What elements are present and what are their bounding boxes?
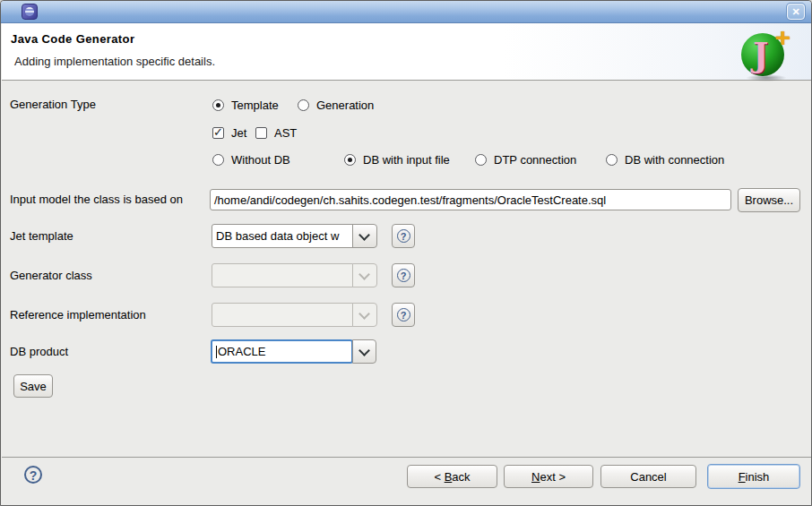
radio-button-icon[interactable] xyxy=(475,154,487,166)
reference-implementation-dropdown-button xyxy=(352,303,377,327)
java-code-generator-dialog: ✕ Java Code Generator Adding implementat… xyxy=(0,0,812,506)
back-button[interactable]: < Back xyxy=(407,465,497,488)
radio-button-icon[interactable] xyxy=(212,154,224,166)
input-model-label: Input model the class is based on xyxy=(10,193,183,206)
generator-class-combo xyxy=(212,263,353,287)
titlebar[interactable]: ✕ xyxy=(1,1,811,23)
db-mode-radios: Without DB DB with input file DTP connec… xyxy=(1,152,811,168)
help-button[interactable]: ? xyxy=(24,466,42,484)
radio-db-with-connection-label: DB with connection xyxy=(625,153,724,167)
browse-button[interactable]: Browse... xyxy=(738,188,800,212)
radio-generation[interactable]: Generation xyxy=(298,98,374,112)
jet-template-value: DB based data object w xyxy=(216,229,339,243)
chevron-down-icon xyxy=(358,229,370,241)
checkbox-jet-label: Jet xyxy=(231,126,246,140)
checkbox-ast[interactable]: AST xyxy=(255,125,297,140)
chevron-down-icon xyxy=(358,308,370,320)
checkbox-icon[interactable] xyxy=(255,127,267,139)
browse-button-label: Browse... xyxy=(745,193,793,207)
reference-implementation-combo xyxy=(212,303,353,327)
db-product-label: DB product xyxy=(10,345,68,358)
close-icon: ✕ xyxy=(791,6,799,17)
jet-template-label: Jet template xyxy=(10,229,73,243)
jet-template-dropdown-button[interactable] xyxy=(352,224,377,248)
checkbox-ast-label: AST xyxy=(274,126,297,140)
eclipse-icon xyxy=(22,4,38,20)
next-button-label: Next > xyxy=(531,470,566,484)
checkbox-icon[interactable]: ✓ xyxy=(212,127,224,139)
help-icon: ? xyxy=(397,229,410,243)
radio-dtp-connection[interactable]: DTP connection xyxy=(475,152,576,167)
generator-class-label: Generator class xyxy=(10,269,92,282)
radio-generation-label: Generation xyxy=(316,99,374,112)
help-icon: ? xyxy=(30,468,38,483)
chevron-down-icon xyxy=(358,269,370,280)
radio-without-db[interactable]: Without DB xyxy=(212,152,290,167)
radio-dtp-connection-label: DTP connection xyxy=(494,153,576,167)
logo-j: J xyxy=(753,35,769,74)
reference-implementation-help-button[interactable]: ? xyxy=(392,303,415,327)
check-icon: ✓ xyxy=(213,125,223,139)
db-product-dropdown-button[interactable] xyxy=(352,339,376,364)
generator-class-dropdown-button xyxy=(352,263,377,287)
button-bar: ? < Back Next > Cancel Finish xyxy=(2,457,812,505)
radio-db-with-connection[interactable]: DB with connection xyxy=(606,152,724,167)
text-caret xyxy=(216,346,217,358)
radio-button-icon[interactable] xyxy=(212,99,224,111)
jplus-logo-icon: J + xyxy=(740,28,790,78)
chevron-down-icon xyxy=(358,345,370,356)
checkbox-jet[interactable]: ✓ Jet xyxy=(212,125,246,140)
save-button-label: Save xyxy=(20,380,47,393)
logo-shadow xyxy=(746,74,787,81)
radio-db-with-input-file[interactable]: DB with input file xyxy=(344,152,450,167)
close-button[interactable]: ✕ xyxy=(787,4,805,20)
help-icon: ? xyxy=(397,269,410,282)
next-button[interactable]: Next > xyxy=(504,465,593,488)
save-button[interactable]: Save xyxy=(13,374,53,398)
radio-button-icon[interactable] xyxy=(298,99,309,111)
cancel-button[interactable]: Cancel xyxy=(600,465,696,488)
help-icon: ? xyxy=(397,308,410,322)
jet-template-help-button[interactable]: ? xyxy=(392,224,415,248)
finish-button[interactable]: Finish xyxy=(707,464,800,489)
logo-plus: + xyxy=(774,22,790,53)
cancel-button-label: Cancel xyxy=(630,470,666,484)
radio-button-icon[interactable] xyxy=(606,154,618,166)
input-model-field[interactable]: /home/andi/codegen/ch.sahits.codegen.tes… xyxy=(210,189,731,210)
page-subtitle: Adding implementation specific details. xyxy=(14,55,215,68)
radio-db-with-input-file-label: DB with input file xyxy=(363,153,450,167)
jet-template-combo[interactable]: DB based data object w xyxy=(212,224,353,248)
radio-button-icon[interactable] xyxy=(344,154,356,166)
generation-type-radios: Template Generation xyxy=(1,98,811,114)
reference-implementation-label: Reference implementation xyxy=(10,308,146,322)
wizard-header: Java Code Generator Adding implementatio… xyxy=(2,23,812,81)
radio-without-db-label: Without DB xyxy=(231,153,290,167)
generator-class-help-button[interactable]: ? xyxy=(392,263,415,287)
db-product-value: ORACLE xyxy=(218,345,265,358)
finish-button-label: Finish xyxy=(739,470,770,484)
template-kind-checkboxes: ✓ Jet AST xyxy=(1,125,811,142)
page-title: Java Code Generator xyxy=(11,32,134,46)
back-button-label: < Back xyxy=(434,470,470,484)
radio-template-label: Template xyxy=(231,99,279,112)
db-product-combo[interactable]: ORACLE xyxy=(211,339,353,364)
radio-template[interactable]: Template xyxy=(212,98,279,112)
input-model-value: /home/andi/codegen/ch.sahits.codegen.tes… xyxy=(214,193,606,207)
